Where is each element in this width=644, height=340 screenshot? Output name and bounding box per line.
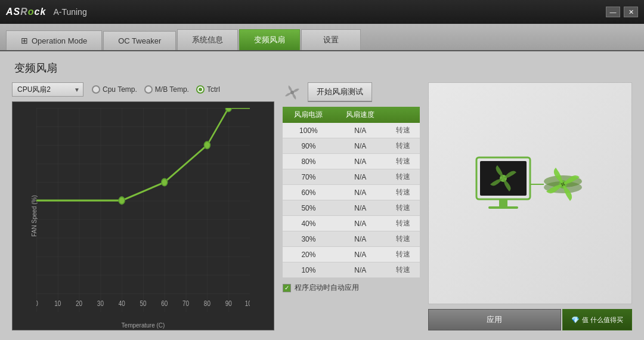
fan-spin-icon [283, 83, 302, 102]
radio-cpu-temp-label: Cpu Temp. [103, 85, 137, 94]
title-controls: — ✕ [606, 7, 638, 17]
svg-text:30: 30 [97, 299, 104, 307]
promo-text: 值 什么值得买 [582, 316, 623, 324]
svg-text:40: 40 [119, 299, 125, 307]
cell-power: 80% [283, 154, 335, 169]
x-axis-label: Temperature (C) [122, 322, 165, 329]
cell-unit: 转速 [386, 247, 420, 262]
radio-cpu-temp-circle [92, 85, 100, 94]
close-button[interactable]: ✕ [624, 7, 638, 17]
cell-speed: N/A [335, 154, 386, 169]
cell-unit: 转速 [386, 185, 420, 200]
fan-test-header: 开始风扇测试 [283, 82, 420, 102]
cell-unit: 转速 [386, 231, 420, 247]
tab-oc-tweaker[interactable]: OC Tweaker [103, 31, 176, 50]
cell-power: 50% [283, 200, 335, 216]
start-fan-test-button[interactable]: 开始风扇测试 [308, 82, 372, 102]
cell-speed: N/A [335, 185, 386, 200]
tab-fan-control-label: 变频风扇 [254, 35, 285, 45]
chart-panel: CPU风扇2 ▼ Cpu Temp. M/B Temp. [12, 82, 274, 330]
cell-power: 20% [283, 247, 335, 262]
cell-power: 90% [283, 138, 335, 154]
cell-speed: N/A [335, 231, 386, 247]
cell-unit: 转速 [386, 169, 420, 185]
title-bar: ASRock A-Tuning — ✕ [0, 0, 644, 24]
tab-oc-tweaker-label: OC Tweaker [118, 36, 161, 45]
fan-select[interactable]: CPU风扇2 [12, 82, 83, 97]
title-left: ASRock A-Tuning [6, 7, 87, 17]
cell-power: 30% [283, 231, 335, 247]
tab-operation-mode-label: Operation Mode [32, 36, 87, 45]
svg-rect-1 [36, 108, 250, 312]
svg-text:10: 10 [54, 299, 61, 307]
col-header-unit [386, 107, 420, 123]
tab-sys-info-label: 系统信息 [192, 35, 223, 45]
radio-tctrl-label: Tctrl [207, 85, 220, 94]
minimize-button[interactable]: — [606, 7, 620, 17]
fan-curve-chart[interactable]: 100 90 80 70 60 50 40 30 20 10 0 0 10 [36, 108, 250, 312]
tab-settings[interactable]: 设置 [301, 29, 361, 50]
promo-badge[interactable]: 💎 值 什么值得买 [562, 309, 632, 330]
fan-select-wrapper: CPU风扇2 ▼ [12, 82, 83, 97]
radio-cpu-temp[interactable]: Cpu Temp. [92, 85, 137, 94]
cell-power: 10% [283, 262, 335, 278]
tab-sys-info[interactable]: 系统信息 [177, 29, 238, 50]
cell-speed: N/A [335, 123, 386, 138]
chart-area[interactable]: FAN Speed (%) Temperature (C) 100 [12, 101, 274, 330]
brand-logo: ASRock [6, 7, 46, 17]
cell-speed: N/A [335, 216, 386, 231]
chart-controls: CPU风扇2 ▼ Cpu Temp. M/B Temp. [12, 82, 274, 97]
radio-tctrl[interactable]: Tctrl [196, 85, 220, 94]
cell-unit: 转速 [386, 154, 420, 169]
svg-text:60: 60 [161, 299, 168, 307]
app-window: ASRock A-Tuning — ✕ ⊞ Operation Mode OC … [0, 0, 644, 340]
svg-rect-28 [488, 206, 518, 209]
svg-text:20: 20 [76, 299, 82, 307]
cell-power: 60% [283, 185, 335, 200]
svg-text:80: 80 [204, 299, 210, 307]
cell-unit: 转速 [386, 123, 420, 138]
content-area: CPU风扇2 ▼ Cpu Temp. M/B Temp. [12, 82, 632, 330]
tab-settings-label: 设置 [323, 35, 339, 45]
auto-apply-label: 程序启动时自动应用 [295, 283, 359, 293]
nav-tabs: ⊞ Operation Mode OC Tweaker 系统信息 变频风扇 设置 [0, 24, 644, 51]
promo-icon: 💎 [571, 316, 580, 324]
cell-speed: N/A [335, 200, 386, 216]
radio-tctrl-circle [196, 85, 205, 94]
control-point-3 [204, 141, 210, 149]
cell-unit: 转速 [386, 216, 420, 231]
apply-button[interactable]: 应用 [428, 309, 561, 330]
svg-text:70: 70 [182, 299, 189, 307]
cell-power: 40% [283, 216, 335, 231]
radio-mb-temp-label: M/B Temp. [155, 85, 189, 94]
y-axis-label: FAN Speed (%) [31, 195, 38, 236]
tab-operation-mode[interactable]: ⊞ Operation Mode [6, 30, 102, 50]
radio-mb-temp[interactable]: M/B Temp. [144, 85, 189, 94]
control-point-2 [162, 178, 168, 186]
table-row: 100% N/A 转速 [283, 123, 420, 138]
auto-apply-checkbox[interactable] [283, 284, 291, 292]
cell-unit: 转速 [386, 200, 420, 216]
app-title: A-Tuning [53, 7, 86, 17]
fan-table: 风扇电源 风扇速度 100% N/A 转速 90% N/A 转速 80% N/A… [283, 107, 420, 278]
cell-speed: N/A [335, 138, 386, 154]
table-row: 30% N/A 转速 [283, 231, 420, 247]
table-row: 90% N/A 转速 [283, 138, 420, 154]
main-content: 变频风扇 CPU风扇2 ▼ Cpu Temp. [0, 51, 644, 340]
grid-icon: ⊞ [21, 36, 28, 45]
right-panel: 应用 💎 值 什么值得买 [428, 82, 632, 330]
cell-speed: N/A [335, 262, 386, 278]
svg-text:100: 100 [245, 299, 250, 307]
fan-table-body: 100% N/A 转速 90% N/A 转速 80% N/A 转速 70% N/… [283, 123, 420, 278]
auto-apply-row: 程序启动时自动应用 [283, 283, 420, 293]
cell-unit: 转速 [386, 138, 420, 154]
table-row: 20% N/A 转速 [283, 247, 420, 262]
cell-power: 100% [283, 123, 335, 138]
page-title: 变频风扇 [12, 61, 632, 75]
cell-speed: N/A [335, 169, 386, 185]
svg-text:90: 90 [225, 299, 232, 307]
tab-fan-control[interactable]: 变频风扇 [239, 29, 300, 50]
table-row: 70% N/A 转速 [283, 169, 420, 185]
illustration-box [428, 82, 632, 304]
cell-speed: N/A [335, 247, 386, 262]
